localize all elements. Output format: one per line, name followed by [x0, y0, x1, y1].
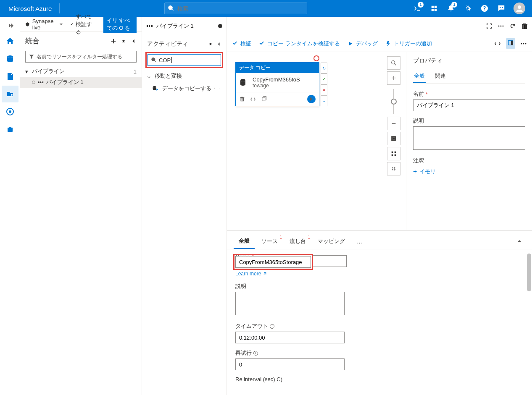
scrollbar-thumb[interactable]	[527, 254, 531, 291]
notifications-icon[interactable]: 1	[443, 0, 459, 17]
activities-expand-icon[interactable]	[208, 42, 213, 47]
zoom-fit-button[interactable]	[387, 132, 400, 145]
code-icon[interactable]	[494, 40, 501, 47]
zoom-thumb[interactable]	[391, 99, 397, 105]
node-output-button[interactable]	[307, 95, 316, 103]
resource-filter[interactable]: 名前でリソースをフィルター処理する	[25, 51, 137, 63]
config-tab-sink[interactable]: 流し台1	[284, 234, 311, 249]
cfg-name-input[interactable]	[235, 256, 311, 268]
help-icon[interactable]	[477, 0, 492, 17]
discard-icon[interactable]	[521, 23, 528, 29]
config-body: Name * Learn more 説明	[227, 249, 532, 395]
svg-rect-6	[38, 81, 40, 83]
feedback-icon[interactable]	[493, 0, 509, 17]
activity-search[interactable]: COP	[147, 54, 221, 66]
unsaved-dot-icon	[32, 81, 35, 84]
svg-rect-5	[8, 128, 13, 132]
pipelines-tree-node[interactable]: ▾ パイプライン 1	[20, 66, 142, 77]
zoom-out-button[interactable]: −	[387, 117, 400, 130]
svg-rect-29	[395, 154, 396, 156]
validate-button[interactable]: 検証	[232, 40, 251, 47]
pipeline-canvas[interactable]: データ コピー CopyFromM365toS towage	[227, 52, 406, 230]
properties-toggle[interactable]	[506, 38, 515, 49]
connector-skip[interactable]: →	[321, 95, 327, 106]
pipeline-tab-icon	[146, 23, 153, 29]
svg-rect-11	[151, 25, 153, 27]
cloud-shell-icon[interactable]: 1	[409, 0, 425, 17]
activity-copy-data[interactable]: データをコピーする ⋮⋮	[142, 82, 226, 95]
expand-rail-button[interactable]	[2, 19, 18, 32]
info-icon[interactable]: i	[270, 324, 274, 329]
svg-rect-22	[262, 97, 265, 101]
cfg-name-input-ext[interactable]	[313, 255, 347, 267]
zoom-in-button[interactable]: +	[387, 71, 400, 85]
nav-integrate-icon[interactable]	[2, 86, 18, 102]
props-annot-label: 注釈	[413, 157, 525, 165]
node-name-line2: towage	[253, 83, 300, 89]
connector-retry[interactable]: ↻	[321, 63, 327, 73]
pipeline-item-1[interactable]: パイプライン 1	[20, 77, 142, 88]
collapse-panel-icon[interactable]	[131, 38, 137, 44]
add-trigger-button[interactable]: トリガーの追加	[385, 40, 432, 47]
config-tab-more[interactable]: …	[352, 235, 367, 248]
cfg-desc-input[interactable]	[235, 292, 345, 315]
directory-icon[interactable]	[426, 0, 442, 17]
activities-collapse-icon[interactable]	[216, 42, 221, 47]
cfg-timeout-input[interactable]	[235, 332, 345, 343]
props-tab-general[interactable]: 全般	[413, 70, 426, 83]
nav-data-icon[interactable]	[2, 50, 18, 67]
validate-runtime-button[interactable]: コピー ランタイムを検証する	[259, 40, 340, 47]
add-resource-icon[interactable]	[111, 38, 116, 44]
copy-activity-node[interactable]: データ コピー CopyFromM365toS towage	[235, 62, 319, 106]
connector-fail[interactable]: ✕	[321, 84, 327, 95]
pipeline-tab[interactable]: パイプライン 1	[146, 22, 194, 30]
refresh-icon[interactable]	[509, 23, 516, 29]
config-collapse-button[interactable]	[514, 235, 525, 248]
props-desc-input[interactable]	[413, 126, 525, 150]
expand-all-icon[interactable]	[121, 38, 126, 44]
brand-logo[interactable]: Microsoft Azure	[3, 5, 57, 12]
svg-point-14	[500, 25, 502, 26]
cfg-retry-input[interactable]	[235, 358, 345, 370]
more-icon[interactable]	[498, 23, 504, 29]
zoom-layout-button[interactable]	[387, 147, 400, 160]
debug-button[interactable]: デバッグ	[348, 40, 378, 47]
svg-point-18	[521, 43, 522, 44]
add-annotation-button[interactable]: + イモリ	[413, 166, 525, 177]
config-tab-general[interactable]: 全般	[234, 234, 255, 249]
toolbar-more-icon[interactable]	[520, 40, 527, 47]
global-search[interactable]	[164, 3, 307, 14]
name-input-highlight	[233, 254, 313, 270]
svg-rect-27	[395, 152, 396, 153]
clone-node-icon[interactable]	[261, 96, 267, 102]
props-name-input[interactable]	[413, 99, 525, 111]
learn-more-link[interactable]: Learn more	[235, 271, 267, 277]
nav-monitor-icon[interactable]	[2, 103, 18, 120]
pipeline-1-label: パイプライン 1	[46, 78, 84, 86]
user-avatar[interactable]	[514, 3, 525, 14]
config-tab-mapping[interactable]: マッピング	[313, 234, 350, 249]
settings-icon[interactable]	[460, 0, 476, 17]
props-tab-related[interactable]: 関連	[434, 70, 447, 83]
zoom-slider[interactable]	[393, 89, 394, 114]
config-tab-source[interactable]: ソース1	[256, 234, 283, 249]
global-search-input[interactable]	[177, 5, 303, 12]
node-code-icon[interactable]	[250, 96, 256, 102]
activity-group-move[interactable]: ⌵ 移動と変換	[142, 70, 226, 82]
delete-node-icon[interactable]	[239, 96, 245, 102]
filter-placeholder: 名前でリソースをフィルター処理する	[37, 53, 122, 60]
workspace-name: Synapse live	[32, 18, 56, 31]
zoom-search-button[interactable]	[387, 56, 400, 70]
info-icon[interactable]: i	[253, 351, 258, 356]
integrate-title: 統合	[25, 36, 40, 46]
zoom-collapse-button[interactable]	[387, 162, 400, 175]
fullscreen-icon[interactable]	[486, 23, 492, 29]
activity-search-value: COP	[159, 57, 171, 63]
tab-unsaved-dot	[218, 24, 222, 28]
drag-handle-icon[interactable]: ⋮⋮	[212, 86, 221, 92]
nav-develop-icon[interactable]	[2, 68, 18, 85]
nav-manage-icon[interactable]	[2, 121, 18, 138]
workspace-selector[interactable]: Synapse live	[25, 18, 63, 31]
nav-home-icon[interactable]	[2, 33, 18, 50]
connector-success[interactable]: ✓	[321, 73, 327, 84]
